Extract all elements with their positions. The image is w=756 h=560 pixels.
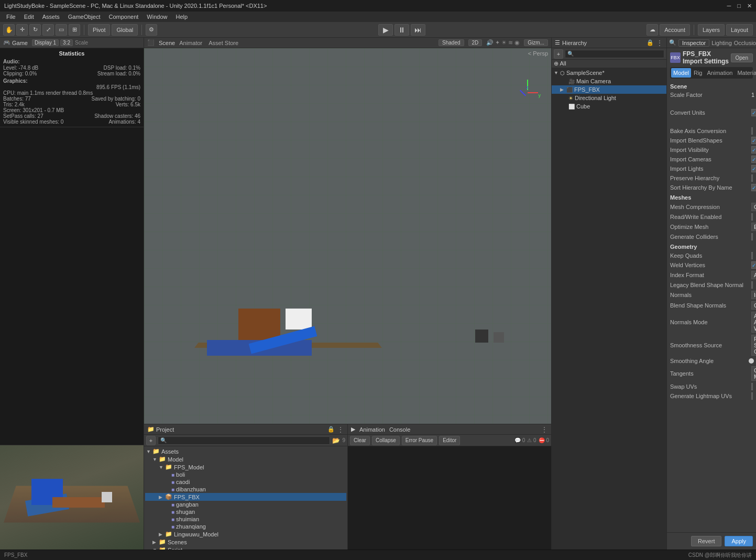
menu-item-window[interactable]: Window: [143, 12, 171, 22]
import-blendshapes-checkbox[interactable]: ✓: [751, 137, 756, 144]
folder-model[interactable]: ▼ 📁 Model: [145, 455, 346, 463]
menu-item-component[interactable]: Component: [104, 12, 143, 22]
convert-units-checkbox[interactable]: ✓: [751, 109, 756, 116]
preserve-hierarchy-checkbox[interactable]: [751, 174, 753, 182]
hand-tool[interactable]: ✋: [3, 24, 15, 36]
hier-more-icon[interactable]: ⋮: [656, 39, 663, 47]
weld-vertices-checkbox[interactable]: ✓: [751, 261, 756, 269]
menu-item-assets[interactable]: Assets: [38, 12, 64, 22]
error-pause-btn[interactable]: Error Pause: [402, 436, 437, 445]
shaded-btn[interactable]: Shaded: [439, 39, 464, 46]
editor-btn[interactable]: Editor: [439, 436, 460, 445]
folder-script[interactable]: ▼ 📁 Script: [145, 546, 346, 550]
file-zhuanqiang[interactable]: ■ zhuanqiang: [145, 523, 346, 530]
account-btn[interactable]: Account: [660, 24, 690, 36]
layout-btn[interactable]: Layout: [726, 24, 753, 36]
readwrite-checkbox[interactable]: [751, 213, 753, 221]
tab-materials[interactable]: Materials: [735, 68, 756, 78]
folder-fps-model[interactable]: ▼ 📁 FPS_Model: [145, 463, 346, 471]
minimize-btn[interactable]: ─: [727, 3, 731, 9]
project-folder-icon[interactable]: 📂: [332, 437, 340, 444]
apply-button[interactable]: Apply: [725, 536, 753, 546]
legacy-blend-checkbox[interactable]: [751, 281, 753, 289]
transform-tool[interactable]: ⊞: [69, 24, 80, 36]
normals-dropdown[interactable]: Import ▼: [751, 291, 756, 299]
layers-btn[interactable]: Layers: [698, 24, 725, 36]
gizmos-btn[interactable]: Gizm...: [524, 39, 548, 46]
hier-add-btn[interactable]: +: [554, 49, 563, 59]
revert-button[interactable]: Revert: [691, 536, 721, 546]
project-title[interactable]: Project: [156, 426, 174, 433]
project-more-icon[interactable]: ⋮: [337, 425, 344, 434]
maximize-btn[interactable]: □: [737, 3, 741, 9]
console-tab[interactable]: Console: [389, 426, 410, 433]
asset-store-tab[interactable]: Asset Store: [209, 40, 238, 46]
scale-tool[interactable]: ⤢: [42, 24, 54, 36]
animation-tab[interactable]: Animation: [359, 426, 385, 433]
skybox-icon[interactable]: ☀: [501, 39, 507, 46]
hier-all-btn[interactable]: ⊕ All: [552, 60, 666, 68]
anim-more-icon[interactable]: ⋮: [541, 425, 548, 434]
rect-tool[interactable]: ▭: [56, 24, 67, 36]
normals-mode-dropdown[interactable]: Area And Angle Weighted ▼: [751, 312, 756, 333]
hier-item-samplescene[interactable]: ▼ ⬡ SampleScene*: [552, 69, 666, 77]
project-search-input[interactable]: [167, 437, 327, 443]
cloud-btn[interactable]: ☁: [647, 24, 658, 36]
sort-hierarchy-checkbox[interactable]: ✓: [751, 184, 756, 191]
hierarchy-title[interactable]: Hierarchy: [562, 40, 587, 46]
menu-item-help[interactable]: Help: [171, 12, 192, 22]
import-lights-checkbox[interactable]: ✓: [751, 165, 756, 172]
hier-item-fps-fbx[interactable]: ▶ ⬛ FPS_FBX: [552, 85, 666, 94]
file-boli[interactable]: ■ boli: [145, 471, 346, 478]
tab-rig[interactable]: Rig: [692, 68, 705, 78]
file-shuimian[interactable]: ■ shuimian: [145, 515, 346, 523]
collapse-btn[interactable]: Collapse: [372, 436, 400, 445]
optimize-mesh-dropdown[interactable]: Everything ▼: [751, 223, 756, 231]
generate-colliders-checkbox[interactable]: [751, 233, 753, 240]
lighting-tab[interactable]: Lighting: [711, 40, 732, 46]
import-cameras-checkbox[interactable]: ✓: [751, 156, 756, 163]
project-add-btn[interactable]: +: [146, 436, 156, 445]
2d-btn[interactable]: 2D: [468, 39, 483, 46]
close-btn[interactable]: ✕: [747, 3, 752, 9]
global-btn[interactable]: Global: [112, 24, 138, 36]
file-dibanzhuan[interactable]: ■ dibanzhuan: [145, 486, 346, 493]
display-select[interactable]: Display 1: [32, 39, 59, 46]
inspector-tab[interactable]: Inspector: [678, 39, 709, 47]
folder-lingwuwu[interactable]: ▶ 📁 Lingwuwu_Model: [145, 530, 346, 538]
file-fps-fbx[interactable]: ▶ 📦 FPS_FBX: [145, 493, 346, 501]
menu-item-edit[interactable]: Edit: [20, 12, 38, 22]
move-tool[interactable]: ✛: [16, 24, 28, 36]
pause-button[interactable]: ⏸: [395, 24, 409, 36]
ratio-select[interactable]: 3:2: [60, 39, 73, 46]
import-visibility-checkbox[interactable]: ✓: [751, 146, 756, 153]
keep-quads-checkbox[interactable]: [751, 252, 753, 259]
tab-animation[interactable]: Animation: [705, 68, 735, 78]
file-gangban[interactable]: ■ gangban: [145, 501, 346, 508]
bake-axis-checkbox[interactable]: [751, 127, 753, 135]
scene-tab[interactable]: Scene: [159, 40, 175, 46]
blend-shape-normals-dropdown[interactable]: Calculate ▼: [751, 301, 756, 310]
pivot-btn[interactable]: Pivot: [88, 24, 110, 36]
hier-item-maincamera[interactable]: 🎥 Main Camera: [552, 77, 666, 85]
snap-settings[interactable]: ⚙: [146, 24, 157, 36]
tab-model[interactable]: Model: [671, 68, 691, 78]
index-format-dropdown[interactable]: Auto ▼: [751, 271, 756, 279]
folder-scenes[interactable]: ▶ 📁 Scenes: [145, 538, 346, 546]
fog-icon[interactable]: ≋: [508, 39, 513, 46]
animator-tab[interactable]: Animator: [179, 40, 202, 46]
menu-item-file[interactable]: File: [2, 12, 20, 22]
audio-icon[interactable]: 🔊: [486, 39, 494, 46]
hier-item-cube[interactable]: ⬜ Cube: [552, 102, 666, 111]
occlusion-tab[interactable]: Occlusion: [734, 40, 756, 46]
tangents-dropdown[interactable]: Calculate Mikktspace ▼: [751, 366, 756, 381]
swap-uvs-checkbox[interactable]: [751, 383, 753, 390]
mesh-compression-dropdown[interactable]: Off ▼: [751, 203, 756, 211]
step-button[interactable]: ⏭: [411, 24, 425, 36]
game-tab[interactable]: Game: [12, 40, 28, 46]
open-button[interactable]: Open: [731, 53, 753, 62]
play-button[interactable]: ▶: [378, 24, 393, 36]
menu-item-gameobject[interactable]: GameObject: [64, 12, 105, 22]
folder-assets[interactable]: ▼ 📁 Assets: [145, 447, 346, 455]
file-shugan[interactable]: ■ shugan: [145, 508, 346, 515]
